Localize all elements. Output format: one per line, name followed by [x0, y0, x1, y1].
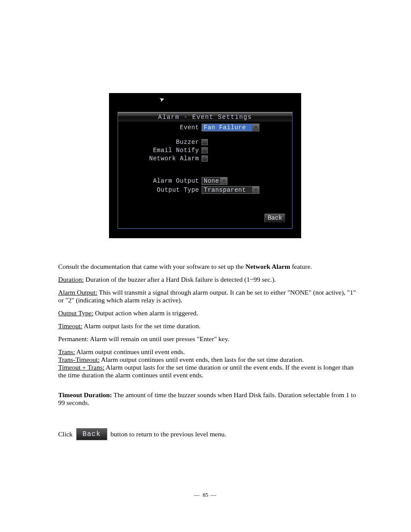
alarm-output-dropdown[interactable]: None: [202, 177, 227, 185]
network-alarm-label: Network Alarm: [121, 155, 202, 162]
output-type-value: Transparent: [204, 187, 246, 193]
network-alarm-checkbox[interactable]: [202, 156, 208, 162]
chevron-down-icon: [252, 124, 259, 131]
settings-panel: Event Fan Failure Buzzer Email Notify: [118, 112, 293, 229]
output-type-dropdown[interactable]: Transparent: [202, 186, 259, 194]
event-value: Fan Failure: [204, 124, 246, 131]
dvr-settings-screenshot: ➤ Alarm - Event Settings Event Fan Failu…: [109, 93, 301, 238]
output-type-doc-label: Output Type:: [58, 309, 93, 317]
page-number: — 85 —: [194, 492, 217, 498]
p1-suffix: feature.: [290, 263, 312, 270]
output-type-doc-text: Output action when alarm is triggered.: [93, 309, 198, 317]
duration-label: Duration:: [58, 276, 84, 283]
alarm-output-value: None: [204, 177, 219, 184]
alarm-output-doc-label: Alarm Output:: [58, 289, 97, 296]
duration-text: Duration of the buzzer after a Hard Disk…: [84, 276, 276, 283]
cursor-icon: ➤: [158, 95, 165, 103]
p1-prefix: Consult the documentation that came with…: [58, 263, 246, 270]
email-notify-checkbox[interactable]: [202, 147, 208, 153]
settings-form: Event Fan Failure Buzzer Email Notify: [121, 124, 290, 226]
buzzer-label: Buzzer: [121, 139, 202, 146]
event-dropdown[interactable]: Fan Failure: [202, 124, 259, 131]
output-type-label: Output Type: [121, 187, 202, 193]
p1-bold: Network Alarm: [246, 263, 290, 270]
alarm-output-doc-text: This will transmit a signal through alar…: [58, 289, 356, 304]
alarm-output-label: Alarm Output: [121, 177, 202, 184]
email-notify-label: Email Notify: [121, 147, 202, 154]
trans-label: Trans:: [58, 348, 75, 355]
chevron-down-icon: [220, 177, 227, 184]
timeout-duration-label: Timeout Duration:: [58, 391, 112, 398]
timeout-trans-label: Timeout + Trans:: [58, 364, 104, 371]
document-body: Consult the documentation that came with…: [58, 263, 360, 440]
click-suffix: button to return to the previous level m…: [111, 430, 227, 438]
back-button[interactable]: Back: [265, 214, 285, 222]
event-label: Event: [121, 124, 202, 131]
trans-timeout-text: Alarm output continues until event ends,…: [100, 356, 304, 363]
timeout-text: Alarm output lasts for the set time dura…: [82, 322, 200, 330]
permanent-text: Permanent: Alarm will remain on until us…: [58, 335, 360, 343]
click-prefix: Click: [58, 430, 73, 438]
buzzer-checkbox[interactable]: [202, 139, 208, 145]
timeout-label: Timeout:: [58, 322, 82, 330]
trans-text: Alarm output continues until event ends.: [75, 348, 185, 355]
trans-timeout-label: Trans-Timeout:: [58, 356, 100, 363]
chevron-down-icon: [252, 187, 259, 193]
back-button-pill[interactable]: Back: [76, 428, 107, 440]
